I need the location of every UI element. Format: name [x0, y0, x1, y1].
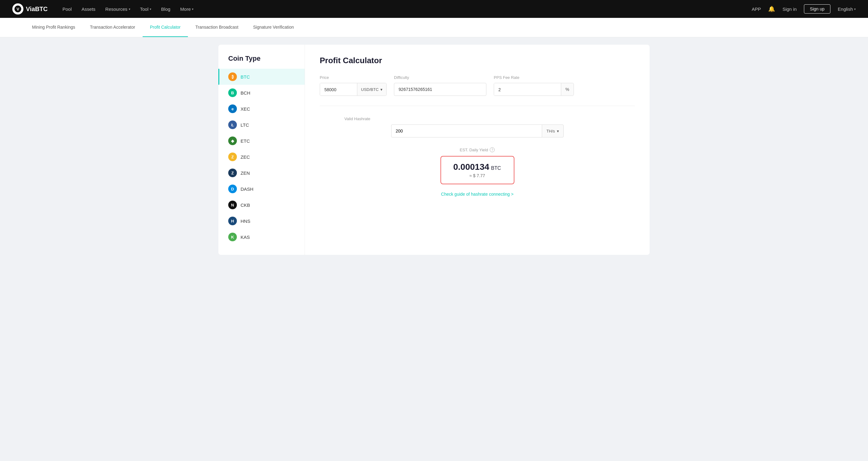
logo-text: ViaBTC [26, 5, 48, 12]
price-input-group: USD/BTC ▾ [320, 83, 386, 96]
btc-label: BTC [241, 74, 250, 80]
nav-assets[interactable]: Assets [82, 6, 95, 12]
coin-item-bch[interactable]: B BCH [218, 85, 305, 101]
yield-label: EST. Daily Yield ? [460, 147, 495, 152]
price-label: Price [320, 75, 386, 80]
nav-resources[interactable]: Resources ▾ [105, 6, 130, 12]
tab-profit-calculator[interactable]: Profit Calculator [143, 18, 188, 37]
coin-item-zec[interactable]: Z ZEC [218, 149, 305, 165]
top-form-row: Price USD/BTC ▾ Difficulty PPS Fee Rate [320, 75, 635, 106]
resources-chevron-icon: ▾ [129, 7, 130, 11]
coin-item-kas[interactable]: K KAS [218, 229, 305, 245]
zen-icon: Z [228, 168, 237, 177]
signin-link[interactable]: Sign in [782, 6, 797, 12]
price-unit-select[interactable]: USD/BTC ▾ [357, 83, 386, 95]
tab-mining-profit[interactable]: Mining Profit Rankings [25, 18, 83, 37]
tool-chevron-icon: ▾ [150, 7, 151, 11]
coin-item-ckb[interactable]: N CKB [218, 197, 305, 213]
logo[interactable]: V ViaBTC [12, 3, 48, 14]
language-selector[interactable]: English ▾ [838, 6, 856, 12]
zec-icon: Z [228, 153, 237, 161]
hashrate-unit-label: TH/s [547, 129, 555, 133]
ltc-icon: Ł [228, 121, 237, 129]
yield-section: EST. Daily Yield ? 0.000134 BTC ≈ $ 7.77… [320, 147, 635, 196]
main-container: Coin Type ₿ BTC B BCH e XEC Ł LTC ◆ ETC … [218, 45, 650, 255]
signup-button[interactable]: Sign up [804, 4, 830, 13]
hashrate-label: Valid Hashrate [344, 117, 370, 121]
price-input[interactable] [320, 83, 357, 96]
more-chevron-icon: ▾ [192, 7, 193, 11]
tab-signature-verification[interactable]: Signature Verification [246, 18, 301, 37]
difficulty-label: Difficulty [394, 75, 486, 80]
dash-icon: D [228, 185, 237, 193]
btc-icon: ₿ [228, 72, 237, 81]
app-link[interactable]: APP [751, 6, 761, 12]
nav-pool[interactable]: Pool [63, 6, 72, 12]
bell-icon[interactable]: 🔔 [768, 5, 775, 12]
svg-text:V: V [17, 7, 20, 11]
yield-coin-label: BTC [491, 165, 501, 171]
fee-input-group: % [494, 83, 574, 96]
hns-label: HNS [241, 218, 250, 224]
etc-icon: ◆ [228, 136, 237, 145]
hashrate-unit-chevron-icon: ▾ [557, 129, 559, 133]
fee-label: PPS Fee Rate [494, 75, 574, 80]
sidebar-title: Coin Type [218, 55, 305, 69]
ltc-label: LTC [241, 122, 249, 128]
yield-box: 0.000134 BTC ≈ $ 7.77 [440, 156, 515, 184]
coin-item-hns[interactable]: H HNS [218, 213, 305, 229]
price-group: Price USD/BTC ▾ [320, 75, 386, 96]
tabs-bar: Mining Profit Rankings Transaction Accel… [0, 18, 868, 37]
ckb-icon: N [228, 201, 237, 209]
coin-item-zen[interactable]: Z ZEN [218, 165, 305, 181]
zec-label: ZEC [241, 154, 250, 160]
xec-label: XEC [241, 106, 250, 112]
navbar: V ViaBTC Pool Assets Resources ▾ Tool ▾ … [0, 0, 868, 18]
nav-tool[interactable]: Tool ▾ [140, 6, 152, 12]
yield-usd-value: ≈ $ 7.77 [454, 173, 501, 178]
guide-link[interactable]: Check guide of hashrate connecting > [441, 192, 514, 196]
tab-transaction-broadcast[interactable]: Transaction Broadcast [188, 18, 246, 37]
nav-blog[interactable]: Blog [161, 6, 170, 12]
coin-item-ltc[interactable]: Ł LTC [218, 117, 305, 133]
coin-item-dash[interactable]: D DASH [218, 181, 305, 197]
ckb-label: CKB [241, 203, 250, 208]
fee-group: PPS Fee Rate % [494, 75, 574, 96]
bch-icon: B [228, 88, 237, 97]
logo-icon: V [12, 3, 23, 14]
hashrate-row: TH/s ▾ [391, 124, 564, 137]
xec-icon: e [228, 104, 237, 113]
bch-label: BCH [241, 90, 250, 95]
coin-item-etc[interactable]: ◆ ETC [218, 133, 305, 149]
nav-more[interactable]: More ▾ [180, 6, 193, 12]
price-unit-chevron-icon: ▾ [380, 87, 382, 92]
coin-item-btc[interactable]: ₿ BTC [218, 69, 305, 85]
coin-item-xec[interactable]: e XEC [218, 101, 305, 117]
zen-label: ZEN [241, 171, 250, 176]
fee-input[interactable] [494, 83, 561, 96]
kas-label: KAS [241, 235, 250, 240]
hns-icon: H [228, 217, 237, 225]
lang-chevron-icon: ▾ [854, 7, 856, 11]
sidebar: Coin Type ₿ BTC B BCH e XEC Ł LTC ◆ ETC … [218, 45, 305, 255]
page-title: Profit Calculator [320, 56, 635, 65]
hashrate-input[interactable] [391, 124, 542, 137]
tab-transaction-accelerator[interactable]: Transaction Accelerator [83, 18, 143, 37]
navbar-right: APP 🔔 Sign in Sign up English ▾ [751, 4, 856, 13]
content-area: Profit Calculator Price USD/BTC ▾ Diffic… [305, 45, 650, 255]
kas-icon: K [228, 233, 237, 241]
yield-main-value: 0.000134 BTC [454, 162, 501, 172]
hashrate-unit-select[interactable]: TH/s ▾ [542, 124, 563, 137]
etc-label: ETC [241, 139, 250, 144]
difficulty-input[interactable] [394, 83, 486, 96]
difficulty-group: Difficulty [394, 75, 486, 96]
dash-label: DASH [241, 186, 253, 192]
fee-percent-label: % [561, 83, 574, 95]
yield-help-icon[interactable]: ? [490, 147, 495, 152]
price-unit-label: USD/BTC [361, 87, 378, 92]
